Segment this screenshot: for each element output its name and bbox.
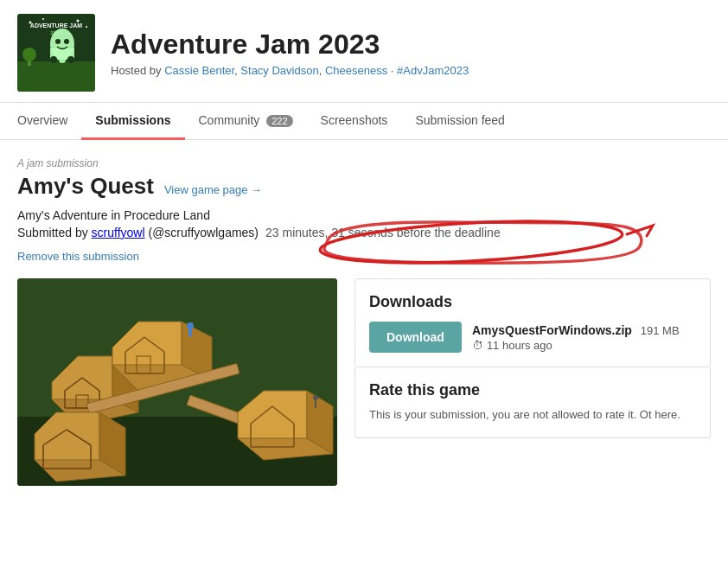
deadline-text: 23 minutes, 31 seconds before the deadli… [265, 226, 501, 239]
svg-point-39 [187, 322, 194, 329]
nav-submission-feed[interactable]: Submission feed [401, 103, 519, 140]
submission-label: A jam submission [17, 157, 711, 169]
main-nav: Overview Submissions Community 222 Scree… [0, 103, 728, 140]
svg-rect-2 [17, 61, 95, 92]
host-cheeseness[interactable]: Cheeseness [325, 64, 387, 77]
clock-icon: ⏱ [472, 339, 483, 352]
game-title-row: Amy's Quest View game page → [17, 173, 711, 200]
svg-text:2023: 2023 [50, 30, 62, 35]
svg-point-13 [86, 26, 87, 28]
nav-submissions[interactable]: Submissions [81, 103, 184, 140]
svg-text:ADVENTURE JAM: ADVENTURE JAM [30, 22, 82, 29]
rate-title: Rate this game [369, 381, 696, 399]
page-content: A jam submission Amy's Quest View game p… [0, 140, 728, 486]
download-meta: ⏱ 11 hours ago [472, 339, 680, 352]
svg-point-15 [22, 48, 36, 61]
hosted-by-line: Hosted by Cassie Benter, Stacy Davidson,… [111, 64, 469, 77]
game-title: Amy's Quest [17, 173, 154, 200]
hosted-by-label: Hosted by [111, 64, 162, 77]
host-stacy[interactable]: Stacy Davidson [240, 64, 318, 77]
game-subtitle: Amy's Adventure in Procedure Land [17, 208, 711, 222]
jam-title: Adventure Jam 2023 [111, 29, 469, 61]
jam-logo: ADVENTURE JAM 2023 [17, 14, 95, 92]
nav-community[interactable]: Community 222 [185, 103, 307, 140]
svg-point-8 [55, 39, 61, 44]
download-time: 11 hours ago [487, 339, 552, 352]
hashtag-link[interactable]: #AdvJam2023 [397, 64, 469, 77]
remove-submission-link[interactable]: Remove this submission [17, 250, 139, 263]
downloads-title: Downloads [369, 293, 696, 311]
nav-screenshots[interactable]: Screenshots [307, 103, 402, 140]
submitted-by-row: Submitted by scruffyowl (@scruffyowlgame… [17, 226, 711, 239]
submitted-by-label: Submitted by [17, 226, 88, 239]
page-header: ADVENTURE JAM 2023 Adventure Jam 2023 Ho… [0, 0, 728, 103]
author-handle: (@scruffyowlgames) [148, 226, 259, 239]
svg-point-7 [67, 56, 74, 63]
nav-overview[interactable]: Overview [17, 103, 81, 140]
game-image-svg [17, 278, 337, 486]
author-link[interactable]: scruffyowl [92, 226, 145, 239]
rate-text: This is your submission, you are not all… [369, 406, 696, 424]
download-info: AmysQuestForWindows.zip 191 MB ⏱ 11 hour… [472, 323, 680, 352]
main-content-row: Downloads Download AmysQuestForWindows.z… [17, 278, 711, 486]
view-game-link[interactable]: View game page → [164, 183, 262, 196]
downloads-section: Downloads Download AmysQuestForWindows.z… [354, 278, 711, 367]
rate-section: Rate this game This is your submission, … [354, 367, 711, 438]
download-row: Download AmysQuestForWindows.zip 191 MB … [369, 322, 696, 353]
svg-point-59 [313, 395, 318, 400]
download-filename: AmysQuestForWindows.zip 191 MB [472, 323, 680, 337]
svg-point-9 [64, 39, 69, 44]
side-panel: Downloads Download AmysQuestForWindows.z… [337, 278, 711, 486]
svg-rect-40 [188, 329, 192, 336]
download-button[interactable]: Download [369, 322, 462, 353]
host-cassie[interactable]: Cassie Benter [164, 64, 234, 77]
jam-info: Adventure Jam 2023 Hosted by Cassie Bent… [111, 29, 469, 77]
download-size: 191 MB [641, 324, 680, 337]
svg-point-11 [42, 18, 44, 20]
svg-point-5 [50, 56, 57, 63]
game-screenshot [17, 278, 337, 486]
svg-point-6 [59, 56, 66, 63]
community-badge: 222 [266, 115, 292, 127]
